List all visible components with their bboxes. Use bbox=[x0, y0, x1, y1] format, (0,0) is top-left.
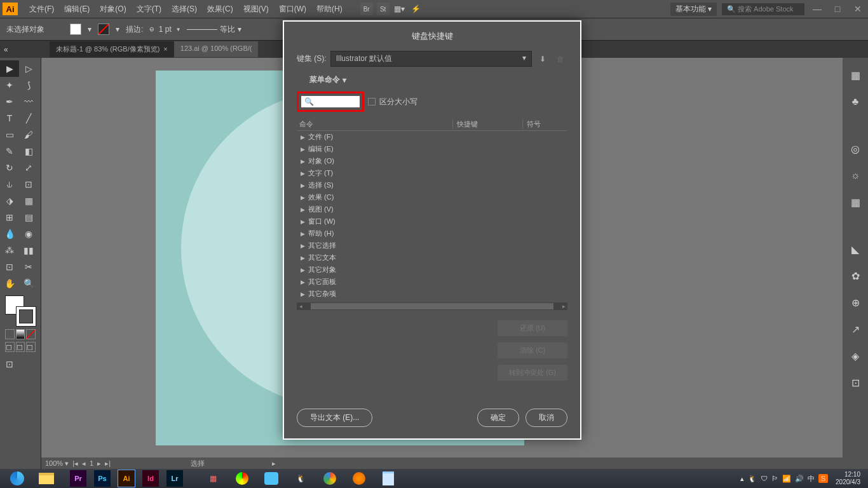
screen-mode[interactable]: ⊡ bbox=[0, 356, 19, 372]
ok-button[interactable]: 确定 bbox=[477, 409, 519, 427]
hand-tool[interactable]: ✋ bbox=[0, 275, 19, 292]
symbols-icon[interactable]: ✿ bbox=[848, 268, 863, 283]
zoom-tool[interactable]: 🔍 bbox=[19, 275, 38, 292]
lasso-tool[interactable]: ⟆ bbox=[19, 77, 38, 93]
color-wells[interactable] bbox=[5, 295, 37, 324]
tray-network-icon[interactable]: 📶 bbox=[782, 475, 791, 483]
command-row[interactable]: ▶编辑 (E) bbox=[297, 143, 567, 155]
none-mode[interactable] bbox=[26, 329, 36, 339]
menu-object[interactable]: 对象(O) bbox=[95, 4, 131, 15]
save-set-icon[interactable]: ⬇ bbox=[536, 52, 550, 66]
magic-wand-tool[interactable]: ✦ bbox=[0, 77, 19, 93]
draw-normal[interactable]: ◻ bbox=[5, 342, 15, 352]
menu-type[interactable]: 文字(T) bbox=[132, 4, 166, 15]
perspective-tool[interactable]: ▦ bbox=[19, 193, 38, 209]
artboard-num[interactable]: 1 bbox=[90, 459, 93, 467]
layers-icon[interactable]: ◈ bbox=[848, 348, 863, 363]
slice-tool[interactable]: ✂ bbox=[19, 259, 38, 275]
menu-edit[interactable]: 编辑(E) bbox=[59, 4, 95, 15]
free-transform-tool[interactable]: ⊡ bbox=[19, 176, 38, 193]
line-tool[interactable]: ╱ bbox=[19, 110, 38, 126]
nav-last[interactable]: ▸| bbox=[105, 459, 111, 468]
command-row[interactable]: ▶窗口 (W) bbox=[297, 215, 567, 227]
set-dropdown[interactable]: Illustrator 默认值▾ bbox=[330, 51, 532, 67]
chevron-down-icon[interactable]: ▾ bbox=[116, 25, 119, 34]
gpu-icon[interactable]: ⚡ bbox=[410, 3, 423, 15]
scale-tool[interactable]: ⤢ bbox=[19, 159, 38, 176]
command-row[interactable]: ▶选择 (S) bbox=[297, 179, 567, 191]
menu-help[interactable]: 帮助(H) bbox=[311, 4, 348, 15]
cancel-button[interactable]: 取消 bbox=[526, 409, 567, 427]
type-tool[interactable]: T bbox=[0, 110, 19, 126]
shape-builder-tool[interactable]: ⬗ bbox=[0, 193, 19, 209]
minimize-button[interactable]: — bbox=[810, 4, 825, 14]
eyedropper-tool[interactable]: 💧 bbox=[0, 226, 19, 242]
menu-view[interactable]: 视图(V) bbox=[238, 4, 274, 15]
gradient-tool[interactable]: ▤ bbox=[19, 209, 38, 226]
clock[interactable]: 12:10 2020/4/3 bbox=[832, 471, 864, 486]
mesh-tool[interactable]: ⊞ bbox=[0, 209, 19, 226]
photoshop-icon[interactable]: Ps bbox=[94, 470, 111, 487]
qq-icon[interactable]: 🐧 bbox=[287, 470, 314, 487]
rotate-tool[interactable]: ↻ bbox=[0, 159, 19, 176]
stroke-profile[interactable]: 等比 ▾ bbox=[187, 24, 241, 35]
close-icon[interactable]: × bbox=[163, 45, 167, 53]
tray-volume-icon[interactable]: 🔊 bbox=[795, 475, 804, 483]
tray-flag-icon[interactable]: 🏳 bbox=[771, 475, 778, 482]
tray-lang-icon[interactable]: 中 bbox=[808, 474, 815, 484]
app-icon-2[interactable] bbox=[229, 470, 255, 487]
swatches-icon[interactable]: ▦ bbox=[848, 194, 863, 210]
export-text-button[interactable]: 导出文本 (E)... bbox=[297, 409, 372, 427]
tray-sogou-icon[interactable]: S bbox=[818, 474, 828, 483]
menu-effect[interactable]: 效果(C) bbox=[202, 4, 238, 15]
command-row[interactable]: ▶其它面板 bbox=[297, 276, 567, 288]
command-row[interactable]: ▶其它杂项 bbox=[297, 288, 567, 300]
collapse-icon[interactable]: « bbox=[0, 45, 6, 54]
libraries-icon[interactable]: ♣ bbox=[848, 94, 863, 109]
width-tool[interactable]: ⫝ bbox=[0, 176, 19, 193]
command-row[interactable]: ▶其它对象 bbox=[297, 264, 567, 276]
curvature-tool[interactable]: 〰 bbox=[19, 93, 38, 110]
document-tab-1[interactable]: 未标题-1 @ 83% (RGB/像素预览)× bbox=[50, 41, 174, 57]
tray-qq-icon[interactable]: 🐧 bbox=[748, 475, 757, 483]
firefox-icon[interactable] bbox=[346, 470, 372, 487]
close-button[interactable]: ✕ bbox=[850, 4, 865, 14]
workspace-switcher[interactable]: 基本功能 ▾ bbox=[670, 3, 717, 16]
horizontal-scrollbar[interactable]: ◂▸ bbox=[297, 302, 567, 310]
graph-tool[interactable]: ▮▮ bbox=[19, 242, 38, 259]
chevron-down-icon[interactable]: ▾ bbox=[88, 25, 92, 34]
eraser-tool[interactable]: ◧ bbox=[19, 143, 38, 159]
direct-selection-tool[interactable]: ▷ bbox=[19, 60, 38, 77]
search-input[interactable] bbox=[314, 98, 352, 105]
command-row[interactable]: ▶视图 (V) bbox=[297, 203, 567, 215]
tray-up-icon[interactable]: ▴ bbox=[740, 475, 744, 483]
bridge-icon[interactable]: Br bbox=[360, 3, 373, 15]
notepad-icon[interactable] bbox=[375, 470, 402, 487]
gradient-mode[interactable] bbox=[16, 329, 25, 339]
fill-swatch[interactable] bbox=[70, 24, 81, 35]
menu-file[interactable]: 文件(F) bbox=[24, 4, 59, 15]
command-row[interactable]: ▶文件 (F) bbox=[297, 131, 567, 143]
search-field[interactable]: 🔍 bbox=[301, 96, 360, 107]
brushes-icon[interactable]: ◣ bbox=[848, 241, 863, 257]
col-command[interactable]: 命令 bbox=[297, 119, 452, 129]
cc-icon[interactable]: ◎ bbox=[848, 141, 863, 156]
app-icon-1[interactable]: ▦ bbox=[200, 470, 226, 487]
browser-icon[interactable] bbox=[4, 470, 31, 487]
col-symbol[interactable]: 符号 bbox=[522, 119, 541, 129]
lightroom-icon[interactable]: Lr bbox=[166, 470, 183, 487]
command-row[interactable]: ▶其它选择 bbox=[297, 240, 567, 252]
symbol-sprayer-tool[interactable]: ⁂ bbox=[0, 242, 19, 259]
nav-next[interactable]: ▸ bbox=[97, 459, 101, 468]
paintbrush-tool[interactable]: 🖌 bbox=[19, 126, 38, 143]
stroke-weight[interactable]: ⊖ 1 pt ▾ bbox=[149, 25, 180, 34]
command-row[interactable]: ▶文字 (T) bbox=[297, 167, 567, 179]
menu-select[interactable]: 选择(S) bbox=[166, 4, 202, 15]
app-icon-3[interactable] bbox=[258, 470, 285, 487]
case-sensitive-checkbox[interactable] bbox=[368, 98, 376, 105]
delete-set-icon[interactable]: 🗑 bbox=[553, 52, 567, 66]
menu-window[interactable]: 窗口(W) bbox=[274, 4, 311, 15]
stock-icon[interactable]: St bbox=[377, 3, 390, 15]
stroke-swatch[interactable] bbox=[98, 24, 109, 35]
stroke-panel-icon[interactable]: ⊕ bbox=[848, 295, 863, 310]
